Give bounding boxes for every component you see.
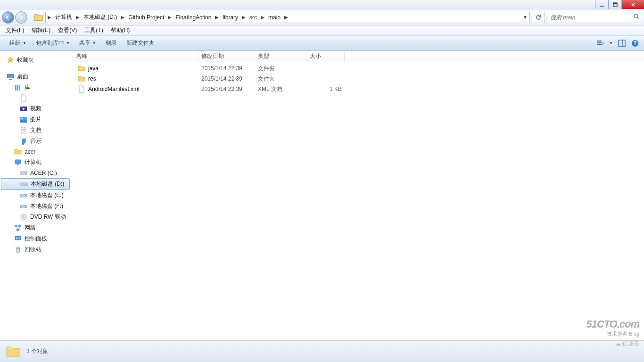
sidebar-network[interactable]: 网络	[0, 222, 71, 233]
sidebar-drive-e[interactable]: 本地磁盘 (E:)	[0, 190, 71, 201]
chevron-right-icon[interactable]: ▶	[283, 15, 289, 20]
video-icon	[20, 105, 27, 113]
file-row[interactable]: java2015/1/14 22:39文件夹	[71, 63, 644, 74]
column-size[interactable]: 大小	[307, 51, 345, 62]
svg-rect-17	[15, 85, 17, 90]
document-icon	[20, 94, 27, 102]
crumb-floatingaction[interactable]: FloatingAction	[173, 12, 214, 23]
svg-rect-18	[17, 85, 18, 90]
sidebar-item-label: 收藏夹	[17, 56, 34, 64]
chevron-right-icon[interactable]: ▶	[167, 15, 173, 20]
drive-icon	[20, 169, 27, 177]
sidebar-item-label: 库	[25, 83, 30, 91]
preview-pane-button[interactable]	[618, 39, 626, 48]
svg-rect-7	[597, 41, 602, 41]
chevron-right-icon[interactable]: ▶	[260, 15, 265, 20]
sidebar-videos[interactable]: 视频	[0, 103, 71, 114]
menu-view[interactable]: 查看(V)	[54, 26, 81, 34]
desktop-icon	[7, 73, 14, 81]
refresh-button[interactable]	[532, 12, 545, 23]
recycle-bin-icon	[14, 246, 22, 254]
sidebar-item-label: acer	[25, 148, 35, 155]
chevron-down-icon[interactable]: ▼	[609, 41, 613, 45]
sidebar-user-acer[interactable]: acer	[0, 147, 71, 157]
chevron-right-icon[interactable]: ▶	[47, 15, 52, 20]
new-folder-button[interactable]: 新建文件夹	[122, 39, 159, 47]
chevron-right-icon[interactable]: ▶	[75, 15, 81, 20]
sidebar-desktop[interactable]: 桌面	[0, 71, 71, 82]
svg-point-30	[25, 184, 26, 185]
column-date[interactable]: 修改日期	[198, 51, 255, 62]
column-name[interactable]: 名称	[71, 51, 198, 62]
include-in-library-button[interactable]: 包含到库中 ▼	[31, 39, 74, 47]
file-name: AndroidManifest.xml	[88, 86, 140, 92]
sidebar-item-label: 回收站	[25, 246, 41, 254]
svg-point-42	[17, 238, 18, 239]
sidebar-dvd-drive[interactable]: DVD RW 驱动	[0, 212, 71, 222]
crumb-library[interactable]: library	[220, 12, 241, 23]
navigation-pane: 收藏夹 桌面 库 视频 图片	[0, 51, 71, 340]
forward-button[interactable]	[15, 11, 27, 24]
drive-icon	[20, 192, 27, 199]
address-breadcrumb[interactable]: ▶ 计算机 ▶ 本地磁盘 (D:) ▶ Github Project ▶ Flo…	[45, 12, 530, 23]
search-input[interactable]	[550, 14, 631, 21]
crumb-src[interactable]: src	[247, 12, 260, 23]
minimize-button[interactable]	[595, 0, 608, 9]
menu-tools[interactable]: 工具(T)	[81, 26, 107, 34]
sidebar-documents[interactable]: 文档	[0, 125, 71, 136]
crumb-d-drive[interactable]: 本地磁盘 (D:)	[81, 12, 120, 23]
chevron-down-icon[interactable]: ▼	[522, 15, 528, 20]
svg-rect-19	[19, 85, 20, 90]
sidebar-libraries[interactable]: 库	[0, 82, 71, 93]
file-row[interactable]: res2015/1/14 22:39文件夹	[71, 74, 644, 84]
chevron-right-icon[interactable]: ▶	[120, 15, 125, 20]
sidebar-control-panel[interactable]: 控制面板	[0, 233, 71, 244]
menu-help[interactable]: 帮助(H)	[107, 26, 134, 34]
help-button[interactable]: ?	[631, 39, 639, 48]
chevron-right-icon[interactable]: ▶	[214, 15, 220, 20]
status-count: 3 个对象	[26, 347, 48, 355]
burn-button[interactable]: 刻录	[101, 39, 122, 47]
file-type: 文件夹	[255, 75, 307, 83]
maximize-button[interactable]	[608, 0, 621, 9]
sidebar-drive-f[interactable]: 本地磁盘 (F:)	[0, 201, 71, 212]
crumb-main[interactable]: main	[265, 12, 283, 23]
sidebar-favorites[interactable]: 收藏夹	[0, 55, 71, 66]
file-name: java	[88, 65, 99, 72]
svg-point-34	[25, 206, 26, 207]
svg-rect-10	[619, 40, 625, 47]
menu-bar: 文件(F) 编辑(E) 查看(V) 工具(T) 帮助(H)	[0, 25, 644, 36]
library-icon	[14, 84, 22, 91]
search-box[interactable]	[548, 12, 642, 23]
share-button[interactable]: 共享 ▼	[74, 39, 101, 47]
sidebar-recycle-bin[interactable]: 回收站	[0, 244, 71, 255]
chevron-right-icon[interactable]: ▶	[241, 15, 247, 20]
main-area: 收藏夹 桌面 库 视频 图片	[0, 51, 644, 340]
sidebar-item-label: 本地磁盘 (D:)	[31, 180, 64, 188]
svg-text:?: ?	[633, 40, 636, 47]
menu-edit[interactable]: 编辑(E)	[28, 26, 54, 34]
sidebar-item-label: 控制面板	[25, 235, 47, 243]
sidebar-drive-d[interactable]: 本地磁盘 (D:)	[1, 178, 70, 190]
file-type: 文件夹	[255, 65, 307, 73]
crumb-github-project[interactable]: Github Project	[125, 12, 167, 23]
svg-rect-39	[17, 229, 19, 231]
view-options-button[interactable]	[596, 39, 604, 48]
sidebar-computer[interactable]: 计算机	[0, 157, 71, 168]
file-size: 1 KB	[307, 86, 345, 92]
column-type[interactable]: 类型	[255, 51, 307, 62]
file-list-pane: 名称 修改日期 类型 大小 java2015/1/14 22:39文件夹res2…	[71, 51, 644, 340]
sidebar-drive-c[interactable]: ACER (C:)	[0, 168, 71, 178]
document-icon	[20, 127, 27, 134]
folder-icon	[14, 148, 22, 156]
svg-rect-25	[15, 160, 21, 164]
file-row[interactable]: AndroidManifest.xml2015/1/14 22:39XML 文档…	[71, 84, 644, 94]
crumb-computer[interactable]: 计算机	[52, 12, 75, 23]
sidebar-music[interactable]: 音乐	[0, 136, 71, 147]
back-button[interactable]	[2, 11, 14, 24]
close-button[interactable]	[621, 0, 644, 9]
organize-button[interactable]: 组织 ▼	[5, 39, 31, 47]
sidebar-pictures[interactable]: 图片	[0, 114, 71, 125]
sidebar-blank-item[interactable]	[0, 93, 71, 103]
menu-file[interactable]: 文件(F)	[2, 26, 28, 34]
